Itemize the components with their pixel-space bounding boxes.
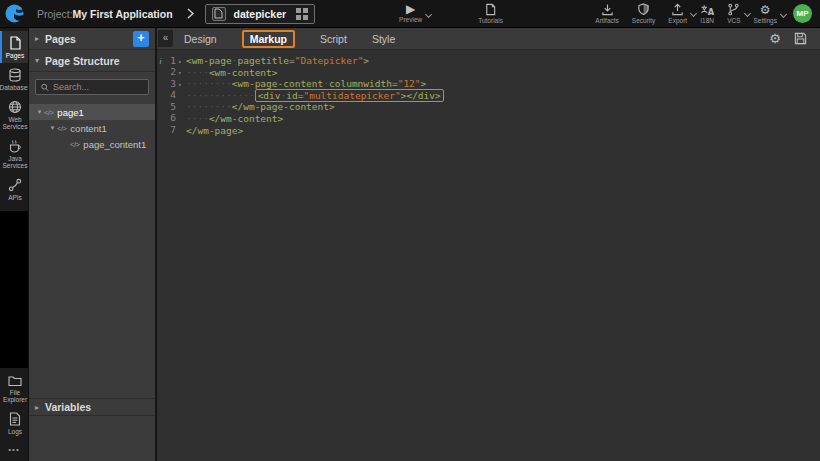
rail-bottom-group: File Explorer Logs ••• (0, 368, 28, 461)
pages-icon (9, 36, 22, 50)
editor-area: « Design Markup Script Style ⚙ i1▾<wm-pa… (157, 28, 820, 461)
code-line[interactable]: 7 </wm-page> (157, 125, 820, 137)
security-button[interactable]: Security (632, 3, 655, 24)
rail-item-web-services[interactable]: Web Services (0, 95, 28, 134)
page-structure-header[interactable]: ▾ Page Structure (29, 50, 155, 72)
variables-title: Variables (45, 401, 91, 413)
export-caret-icon[interactable] (690, 10, 697, 17)
left-rail: Pages Databases Web Services (0, 28, 28, 461)
variables-header[interactable]: ▸ Variables (29, 398, 155, 416)
vcs-caret-icon[interactable] (743, 10, 750, 17)
breadcrumb-chevron-icon (187, 8, 194, 19)
tree-caret-icon[interactable]: ▾ (35, 108, 44, 116)
code-tag-icon: </> (70, 140, 79, 149)
rail-item-logs[interactable]: Logs (0, 407, 28, 439)
rail-item-databases[interactable]: Databases (0, 63, 28, 95)
wavemaker-logo[interactable] (0, 0, 28, 28)
highlighted-code: <div·id="multidatepicker"></div> (255, 89, 444, 103)
add-page-button[interactable]: + (133, 31, 149, 47)
tree-item-page-content1[interactable]: </> page_content1 (29, 136, 155, 152)
project-name: My First Application (73, 8, 173, 20)
page-tab[interactable]: datepicker (205, 4, 316, 24)
rail-item-apis[interactable]: APIs (0, 173, 28, 205)
page-structure-title: Page Structure (45, 55, 120, 67)
tab-script[interactable]: Script (320, 33, 347, 45)
user-avatar[interactable]: MP (793, 4, 812, 23)
tab-style[interactable]: Style (372, 33, 395, 45)
rail-top-group: Pages Databases Web Services (0, 28, 28, 211)
code-lines: i1▾<wm-page·pagetitle="Datepicker"> 2▾··… (157, 55, 820, 136)
tree-item-page1[interactable]: ▾ </> page1 (29, 104, 155, 120)
settings-caret-icon[interactable] (780, 10, 787, 17)
pages-panel: ▸ Pages + ▾ Page Structure ▾ </> page1 ▾… (28, 28, 157, 461)
code-line[interactable]: 5 ········</wm-page-content> (157, 101, 820, 113)
page-structure-tree: ▾ </> page1 ▾ </> content1 </> page_cont… (29, 104, 155, 152)
apis-icon (8, 178, 22, 192)
code-tag-icon: </> (57, 124, 66, 133)
web-services-globe-icon (8, 100, 22, 114)
tree-item-content1[interactable]: ▾ </> content1 (29, 120, 155, 136)
editor-settings-icon[interactable]: ⚙ (769, 33, 781, 45)
rail-item-java-services[interactable]: Java Services (0, 134, 28, 173)
preview-caret-icon[interactable] (425, 11, 432, 18)
code-editor[interactable]: i1▾<wm-page·pagetitle="Datepicker"> 2▾··… (157, 50, 820, 136)
page-tab-label: datepicker (234, 8, 287, 20)
variables-caret-icon[interactable]: ▸ (35, 403, 45, 412)
databases-icon (8, 68, 22, 82)
vcs-button[interactable]: VCS (727, 3, 740, 24)
tree-item-label: page1 (57, 107, 83, 118)
java-services-coffee-icon (8, 139, 22, 153)
tab-markup[interactable]: Markup (242, 30, 295, 48)
svg-text:A: A (708, 7, 714, 16)
tree-item-label: content1 (70, 123, 106, 134)
search-icon (41, 83, 49, 92)
code-line[interactable]: 4 ············<div·id="multidatepicker">… (157, 90, 820, 102)
artifacts-button[interactable]: Artifacts (595, 3, 618, 24)
code-line[interactable]: 2▾····<wm-content> (157, 67, 820, 79)
search-input[interactable] (53, 82, 143, 92)
tutorials-button[interactable]: Tutorials (478, 3, 503, 24)
code-line[interactable]: 6 ····</wm-content> (157, 113, 820, 125)
tutorials-icon (484, 3, 497, 16)
top-bar: Project:My First Application datepicker … (0, 0, 820, 28)
preview-button[interactable]: ▶ Preview (399, 4, 422, 23)
artifacts-icon (601, 3, 614, 16)
settings-gear-icon: ⚙ (760, 4, 771, 16)
pages-panel-header[interactable]: ▸ Pages + (29, 28, 155, 50)
editor-tab-bar: Design Markup Script Style ⚙ (157, 28, 820, 50)
page-search (35, 79, 149, 95)
i18n-button[interactable]: A I18N (700, 3, 714, 24)
tree-caret-icon[interactable]: ▾ (48, 124, 57, 132)
breadcrumb: Project:My First Application (37, 8, 173, 20)
wavemaker-studio-window: Project:My First Application datepicker … (0, 0, 820, 461)
top-bar-actions: Artifacts Security Export (595, 3, 820, 24)
code-tag-icon: </> (44, 108, 53, 117)
export-button[interactable]: Export (668, 3, 687, 24)
save-icon[interactable] (794, 32, 807, 45)
i18n-translate-icon: A (700, 3, 714, 16)
file-explorer-folder-icon (8, 375, 22, 387)
security-shield-icon (637, 3, 650, 16)
page-structure-caret-icon[interactable]: ▾ (35, 56, 45, 65)
page-file-icon (212, 7, 226, 21)
export-icon (671, 3, 684, 16)
settings-button[interactable]: ⚙ Settings (754, 4, 778, 24)
grid-icon[interactable] (296, 8, 308, 20)
pages-panel-title: Pages (45, 33, 76, 45)
rail-item-pages[interactable]: Pages (0, 31, 28, 63)
collapse-panel-button[interactable]: « (158, 30, 173, 47)
vcs-branch-icon (727, 3, 740, 16)
project-label: Project: (37, 8, 73, 20)
tree-item-label: page_content1 (83, 139, 146, 150)
pages-caret-icon[interactable]: ▸ (35, 34, 45, 43)
wavemaker-logo-icon (5, 4, 24, 23)
tab-design[interactable]: Design (184, 33, 217, 45)
more-options-button[interactable]: ••• (0, 439, 28, 461)
logs-icon (9, 412, 21, 426)
editor-actions: ⚙ (769, 32, 820, 45)
rail-item-file-explorer[interactable]: File Explorer (0, 370, 28, 407)
code-line[interactable]: i1▾<wm-page·pagetitle="Datepicker"> (157, 55, 820, 67)
play-icon: ▶ (406, 4, 415, 15)
